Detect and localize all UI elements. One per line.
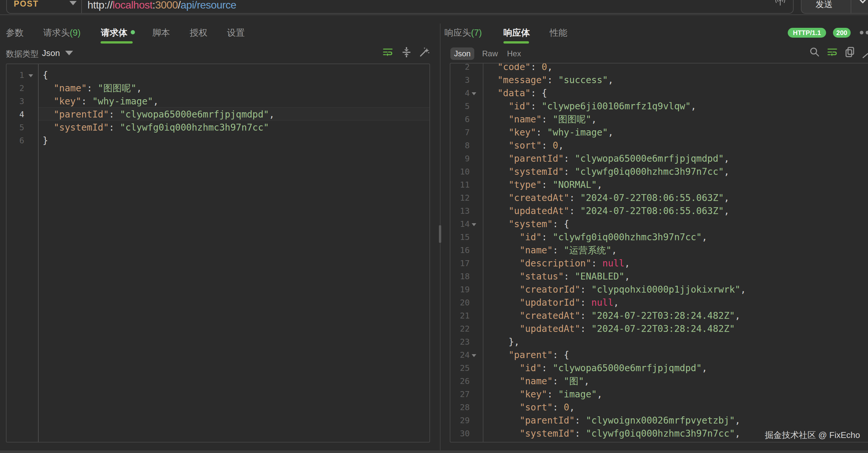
line-number: 9 xyxy=(451,152,470,165)
status-code-badge: 200 xyxy=(833,28,850,38)
code-line-11[interactable]: 11 "type": "NORMAL", xyxy=(451,179,868,192)
code-line-4[interactable]: 4 "parentId": "clywopa65000e6mrfjpjqmdpd… xyxy=(6,108,429,121)
url-part: localhost xyxy=(113,0,153,11)
view-tab-raw[interactable]: Raw xyxy=(482,49,498,58)
broadcast-icon[interactable] xyxy=(774,0,787,7)
line-number: 28 xyxy=(451,401,470,414)
response-active-tab-underline xyxy=(503,41,529,43)
partial-icon[interactable] xyxy=(862,52,868,60)
code-line-13[interactable]: 13 "updatedAt": "2024-07-22T08:06:55.063… xyxy=(451,204,868,218)
code-line-27[interactable]: 27 "key": "image", xyxy=(451,388,868,401)
code-line-5[interactable]: 5 "id": "clywpe6ji00106mrfz1q9vlqw", xyxy=(451,100,868,113)
format-wand-icon[interactable] xyxy=(419,47,430,57)
request-tab-3[interactable]: 请求体 xyxy=(101,27,135,39)
request-tab-5[interactable]: 授权 xyxy=(190,27,207,39)
line-number: 14 xyxy=(451,218,470,231)
line-number: 5 xyxy=(6,121,24,134)
code-line-4[interactable]: 4 "data": { xyxy=(451,87,868,100)
datatype-label: 数据类型 xyxy=(6,48,39,59)
code-line-2[interactable]: 2 "code": 0, xyxy=(451,63,868,74)
collapse-icon[interactable] xyxy=(402,47,411,57)
request-body-editor[interactable]: 1{2 "name": "图图呢",3 "key": "why-image",4… xyxy=(6,64,430,443)
scrollbar-thumb[interactable] xyxy=(439,225,441,243)
code-text: "sort": 0, xyxy=(487,139,564,152)
code-text: "parent": { xyxy=(487,349,569,362)
code-line-29[interactable]: 29 "parentId": "clywoignx00026mrfpvyetzb… xyxy=(451,414,868,427)
method-caret-icon xyxy=(69,1,76,5)
response-word-wrap-icon[interactable] xyxy=(827,47,838,57)
code-line-22[interactable]: 22 "updatedAt": "2024-07-22T03:28:24.482… xyxy=(451,322,868,335)
word-wrap-icon[interactable] xyxy=(382,47,393,57)
line-number: 4 xyxy=(451,87,470,100)
code-line-24[interactable]: 24 "parent": { xyxy=(451,349,868,362)
datatype-select[interactable]: Json xyxy=(42,48,60,58)
code-line-2[interactable]: 2 "name": "图图呢", xyxy=(6,82,429,95)
method-select[interactable]: POST xyxy=(14,0,39,8)
code-line-5[interactable]: 5 "systemId": "clywfg0iq000hzhmc3h97n7cc… xyxy=(6,121,429,134)
code-line-17[interactable]: 17 "description": null, xyxy=(451,257,868,270)
code-line-15[interactable]: 15 "id": "clywfg0iq000hzhmc3h97n7cc", xyxy=(451,231,868,244)
line-number: 22 xyxy=(451,322,470,335)
code-line-10[interactable]: 10 "systemId": "clywfg0iq000hzhmc3h97n7c… xyxy=(451,165,868,179)
line-number: 19 xyxy=(451,283,470,296)
line-number: 18 xyxy=(451,270,470,283)
unsaved-dot xyxy=(131,30,135,34)
copy-icon[interactable] xyxy=(844,46,856,58)
code-line-26[interactable]: 26 "name": "图", xyxy=(451,375,868,388)
code-line-23[interactable]: 23 }, xyxy=(451,335,868,349)
api-client-window: POST http://localhost:3000/api/resource … xyxy=(0,0,868,453)
code-line-3[interactable]: 3 "key": "why-image", xyxy=(6,95,429,108)
code-line-16[interactable]: 16 "name": "运营系统", xyxy=(451,244,868,257)
code-line-12[interactable]: 12 "createdAt": "2024-07-22T08:06:55.063… xyxy=(451,192,868,204)
code-text: "parentId": "clywoignx00026mrfpvyetzbj", xyxy=(487,414,740,427)
code-line-6[interactable]: 6 "name": "图图呢", xyxy=(451,113,868,126)
datatype-caret-icon xyxy=(65,51,73,55)
code-text: "updatorId": null, xyxy=(487,296,619,309)
send-split-divider xyxy=(850,0,851,13)
code-text: "id": "clywopa65000e6mrfjpjqmdpd", xyxy=(487,362,707,375)
code-line-18[interactable]: 18 "status": "ENABLED", xyxy=(451,270,868,283)
response-tab-2[interactable]: 响应体 xyxy=(503,27,530,39)
code-text: "type": "NORMAL", xyxy=(487,179,602,192)
code-text: "name": "图图呢", xyxy=(42,82,142,95)
url-input[interactable]: http://localhost:3000/api/resource xyxy=(88,0,236,11)
response-tab-3[interactable]: 性能 xyxy=(550,27,567,39)
request-tab-4[interactable]: 脚本 xyxy=(152,27,170,39)
code-text: "systemId": "clywfg0iq000hzhmc3h97n7cc" xyxy=(42,121,269,134)
view-tab-hex[interactable]: Hex xyxy=(507,49,521,58)
url-part: 3000 xyxy=(155,0,178,11)
code-line-7[interactable]: 7 "key": "why-image", xyxy=(451,126,868,139)
view-tab-json[interactable]: Json xyxy=(451,47,474,60)
fold-toggle-icon[interactable] xyxy=(472,354,476,357)
code-line-20[interactable]: 20 "updatorId": null, xyxy=(451,296,868,309)
fold-toggle-icon[interactable] xyxy=(472,92,476,95)
code-line-8[interactable]: 8 "sort": 0, xyxy=(451,139,868,152)
code-line-9[interactable]: 9 "parentId": "clywopa65000e6mrfjpjqmdpd… xyxy=(451,152,868,165)
line-number: 6 xyxy=(6,134,24,147)
code-line-21[interactable]: 21 "createdAt": "2024-07-22T03:28:24.482… xyxy=(451,309,868,322)
send-button[interactable] xyxy=(801,0,868,14)
code-line-14[interactable]: 14 "system": { xyxy=(451,218,868,231)
response-body-editor[interactable]: 2 "code": 0,3 "message": "success",4 "da… xyxy=(450,63,868,443)
code-line-3[interactable]: 3 "message": "success", xyxy=(451,74,868,87)
request-tab-6[interactable]: 设置 xyxy=(227,27,245,39)
code-line-28[interactable]: 28 "sort": 0, xyxy=(451,401,868,414)
fold-toggle-icon[interactable] xyxy=(472,223,476,226)
code-line-25[interactable]: 25 "id": "clywopa65000e6mrfjpjqmdpd", xyxy=(451,362,868,375)
code-text: "system": { xyxy=(487,218,569,231)
request-tab-2[interactable]: 请求头(9) xyxy=(43,27,81,39)
watermark: 掘金技术社区 @ FixEcho xyxy=(765,429,860,441)
search-icon[interactable] xyxy=(809,46,820,58)
code-text: "creatorId": "clypqohxi0000p1jjokixrwrk"… xyxy=(487,283,746,296)
code-line-19[interactable]: 19 "creatorId": "clypqohxi0000p1jjokixrw… xyxy=(451,283,868,296)
fold-toggle-icon[interactable] xyxy=(29,74,33,77)
line-number: 3 xyxy=(6,95,24,108)
code-text: "updatedAt": "2024-07-22T03:28:24.482Z" xyxy=(487,322,735,335)
code-text: "key": "why-image", xyxy=(42,95,158,108)
send-options-chevron-icon[interactable] xyxy=(859,0,867,5)
code-line-6[interactable]: 6} xyxy=(6,134,429,147)
line-number: 8 xyxy=(451,139,470,152)
code-line-1[interactable]: 1{ xyxy=(6,69,429,82)
request-tab-1[interactable]: 参数 xyxy=(6,27,24,39)
response-tab-1[interactable]: 响应头(7) xyxy=(444,27,482,39)
